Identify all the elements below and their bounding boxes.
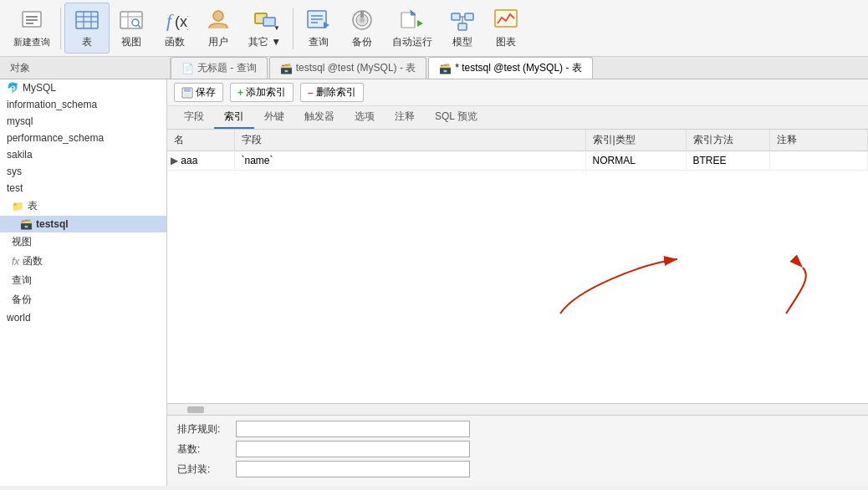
tab-testsql-table[interactable]: 🗃️ testsql @test (MySQL) - 表 (269, 57, 427, 79)
remove-index-button[interactable]: – 删除索引 (300, 83, 364, 102)
tab-fields[interactable]: 字段 (174, 106, 214, 129)
svg-text:f: f (166, 10, 174, 31)
toolbar-autorun[interactable]: 自动运行 (384, 3, 441, 53)
svg-rect-39 (184, 88, 191, 92)
add-index-label: 添加索引 (246, 85, 286, 100)
sub-toolbar: 保存 + 添加索引 – 删除索引 (167, 79, 868, 106)
row-indicator: ▶ aaa (167, 151, 234, 171)
toolbar-view-label: 视图 (121, 35, 141, 49)
new-query-button[interactable]: 新建查询 (7, 4, 57, 52)
index-table: 名 字段 索引|类型 索引方法 注释 ▶ aaa `name` (167, 130, 868, 171)
toolbar-function[interactable]: f (x) 函数 (153, 3, 197, 53)
toolbar-view[interactable]: 视图 (110, 3, 153, 53)
sidebar-item-test[interactable]: test (0, 180, 166, 197)
tab-bar: 对象 📄 无标题 - 查询 🗃️ testsql @test (MySQL) -… (0, 57, 868, 79)
bottom-form: 排序规则: 基数: 已封装: (167, 415, 868, 486)
add-index-button[interactable]: + 添加索引 (230, 83, 294, 102)
form-row-packed: 已封装: (177, 461, 858, 477)
base-input[interactable] (236, 441, 470, 457)
tab-query-icon: 📄 (181, 63, 194, 74)
sidebar-item-performance-schema[interactable]: performance_schema (0, 130, 166, 146)
horizontal-scrollbar[interactable] (167, 403, 868, 415)
toolbar-table[interactable]: 表 (64, 3, 110, 54)
svg-point-16 (213, 11, 223, 21)
toolbar-separator-2 (293, 8, 294, 49)
col-index-method: 索引方法 (686, 130, 769, 151)
toolbar-separator (60, 8, 61, 49)
sidebar-item-information-schema[interactable]: information_schema (0, 96, 166, 113)
other-icon: ▼ (252, 7, 278, 33)
sidebar-test-label: test (7, 182, 23, 194)
sidebar: 🐬 MySQL information_schema mysql perform… (0, 79, 167, 486)
sidebar-mysql-icon: 🐬 (7, 82, 19, 94)
toolbar-chart-label: 图表 (496, 35, 516, 49)
toolbar-backup[interactable]: 备份 (340, 3, 384, 53)
new-query-icon (18, 8, 45, 34)
packed-input[interactable] (236, 461, 470, 477)
toolbar-chart[interactable]: 图表 (484, 3, 528, 53)
main-toolbar: 新建查询 表 (0, 0, 868, 57)
function-icon: f (x) (161, 7, 188, 33)
tab-options[interactable]: 选项 (345, 106, 385, 129)
base-label: 基数: (177, 442, 236, 457)
tab-query-label: 无标题 - 查询 (197, 61, 257, 75)
sidebar-function-label: fx (12, 256, 19, 268)
toolbar-other[interactable]: ▼ 其它 ▼ (240, 3, 289, 53)
sort-label: 排序规则: (177, 422, 236, 436)
sidebar-item-testsql[interactable]: 🗃️ testsql (0, 216, 166, 232)
svg-rect-28 (360, 11, 364, 18)
query-icon (305, 7, 332, 33)
new-query-label: 新建查询 (13, 36, 50, 48)
tab-foreign-keys[interactable]: 外键 (254, 106, 294, 129)
toolbar-user-label: 用户 (208, 35, 228, 49)
content-area: 保存 + 添加索引 – 删除索引 字段 索引 外键 触发器 选项 注释 S (167, 79, 868, 486)
toolbar-model-label: 模型 (452, 35, 472, 49)
add-index-icon: + (237, 87, 243, 99)
remove-index-icon: – (308, 87, 314, 99)
toolbar-model[interactable]: 模型 (441, 3, 484, 53)
sidebar-item-query[interactable]: 查询 (0, 271, 166, 290)
tab-triggers[interactable]: 触发器 (294, 106, 345, 129)
save-button[interactable]: 保存 (174, 83, 223, 102)
svg-rect-0 (23, 12, 41, 27)
tab-indexes[interactable]: 索引 (214, 106, 254, 129)
form-row-sort: 排序规则: (177, 421, 858, 437)
content-tabs: 字段 索引 外键 触发器 选项 注释 SQL 预览 (167, 106, 868, 130)
table-row[interactable]: ▶ aaa `name` NORMAL BTREE (167, 151, 868, 171)
chart-icon (493, 7, 519, 33)
tab-testsql-table-active[interactable]: 🗃️ * testsql @test (MySQL) - 表 (428, 57, 593, 79)
tab-sql-preview[interactable]: SQL 预览 (425, 106, 488, 129)
sidebar-item-view[interactable]: 视图 (0, 232, 166, 252)
toolbar-backup-label: 备份 (352, 35, 372, 49)
sidebar-item-mysql[interactable]: 🐬 MySQL (0, 79, 166, 96)
tab-table2-label: * testsql @test (MySQL) - 表 (455, 61, 582, 75)
sidebar-item-table-section[interactable]: 📁 表 (0, 197, 166, 216)
tab-table2-icon: 🗃️ (439, 63, 452, 74)
svg-rect-33 (465, 13, 473, 20)
backup-icon (349, 7, 375, 33)
svg-rect-4 (76, 12, 98, 28)
svg-rect-32 (452, 13, 460, 20)
row-field: `name` (234, 151, 585, 171)
toolbar-user[interactable]: 用户 (197, 3, 240, 53)
sidebar-item-sakila[interactable]: sakila (0, 146, 166, 163)
sidebar-item-world[interactable]: world (0, 309, 166, 326)
scroll-thumb[interactable] (187, 406, 204, 413)
row-comment[interactable] (769, 151, 868, 171)
sidebar-function-text-label: 函数 (23, 254, 43, 268)
tab-comments[interactable]: 注释 (385, 106, 425, 129)
save-label: 保存 (196, 85, 216, 100)
tab-untitled-query[interactable]: 📄 无标题 - 查询 (171, 57, 268, 79)
sidebar-item-backup[interactable]: 备份 (0, 290, 166, 309)
sort-input[interactable] (236, 421, 470, 437)
sidebar-item-sys[interactable]: sys (0, 163, 166, 180)
sidebar-mysql-label: MySQL (23, 82, 56, 94)
sidebar-testsql-label: testsql (36, 218, 69, 230)
sidebar-table-section-icon: 📁 (12, 201, 24, 212)
save-icon (181, 87, 193, 99)
toolbar-query[interactable]: 查询 (297, 3, 340, 53)
sidebar-item-mysql-db[interactable]: mysql (0, 113, 166, 130)
sidebar-item-function[interactable]: fx 函数 (0, 252, 166, 271)
main-layout: 🐬 MySQL information_schema mysql perform… (0, 79, 868, 486)
view-icon (118, 7, 145, 33)
